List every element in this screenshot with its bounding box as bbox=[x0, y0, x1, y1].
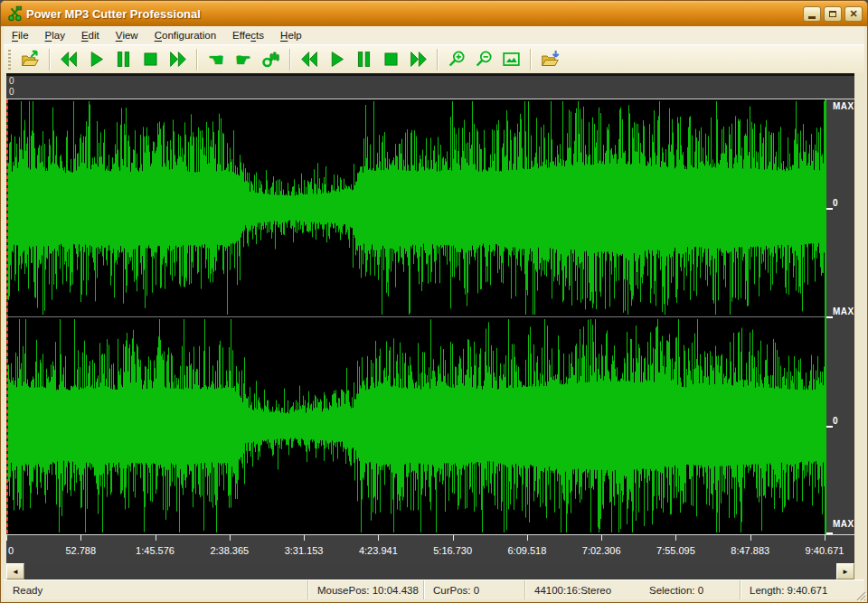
menu-item-edit[interactable]: Edit bbox=[73, 26, 108, 44]
time-label-10: 8:47.883 bbox=[731, 545, 769, 556]
time-label-5: 4:23.941 bbox=[359, 545, 398, 556]
time-label-2: 1:45.576 bbox=[136, 545, 175, 556]
status-mouse-pos: MousePos: 10:04.438 bbox=[307, 580, 423, 599]
save-button[interactable] bbox=[537, 48, 562, 71]
selection-forward-button[interactable] bbox=[405, 48, 430, 71]
time-label-7: 6:09.518 bbox=[507, 545, 546, 556]
horizontal-scrollbar[interactable]: ◄ ► bbox=[6, 563, 854, 579]
time-tick bbox=[80, 535, 81, 541]
waveform-channel-right[interactable] bbox=[6, 317, 825, 534]
selection-pause-button[interactable] bbox=[351, 48, 376, 71]
scrollbar-track[interactable] bbox=[24, 563, 836, 579]
zoom-fit-icon bbox=[502, 50, 521, 69]
time-tick bbox=[675, 535, 676, 541]
scale-tick bbox=[826, 426, 833, 428]
time-tick bbox=[156, 535, 156, 541]
toolbar-separator bbox=[196, 49, 197, 71]
mark-end-button[interactable]: ☛ bbox=[231, 48, 256, 71]
open-button[interactable] bbox=[17, 48, 42, 71]
rewind-icon bbox=[300, 50, 319, 69]
time-label-3: 2:38.365 bbox=[210, 545, 249, 556]
stop-icon bbox=[141, 50, 160, 69]
app-window: Power MP3 Cutter Professional ✕ FilePlay… bbox=[0, 0, 868, 603]
confirm-selection-button[interactable] bbox=[258, 48, 283, 71]
pause-icon bbox=[354, 50, 373, 69]
selection-rewind-button[interactable] bbox=[297, 48, 322, 71]
time-axis: 052.7881:45.5762:38.3653:31.1534:23.9415… bbox=[6, 535, 854, 563]
playback-cursor[interactable] bbox=[6, 99, 8, 534]
hand-left-icon: ☚ bbox=[208, 51, 224, 69]
folder-open-icon bbox=[21, 50, 40, 69]
close-icon: ✕ bbox=[849, 9, 857, 19]
time-label-11: 9:40.671 bbox=[806, 545, 844, 556]
maximize-button[interactable] bbox=[824, 6, 842, 22]
window-controls: ✕ bbox=[803, 6, 863, 22]
menu-item-play[interactable]: Play bbox=[37, 26, 73, 44]
play-button[interactable] bbox=[83, 48, 108, 71]
forward-button[interactable] bbox=[165, 48, 190, 71]
time-tick bbox=[6, 535, 7, 541]
time-label-4: 3:31.153 bbox=[285, 545, 324, 556]
forward-icon bbox=[168, 50, 187, 69]
mark-start-button[interactable]: ☚ bbox=[203, 48, 229, 71]
waveform-canvas-left[interactable] bbox=[6, 99, 825, 316]
app-icon bbox=[7, 5, 24, 22]
menu-item-help[interactable]: Help bbox=[272, 26, 310, 44]
hand-ok-icon bbox=[261, 50, 280, 69]
amplitude-scale: MAX0MAX0MAX bbox=[826, 99, 854, 534]
zoom-in-icon bbox=[448, 50, 467, 69]
scale-tick bbox=[826, 208, 833, 210]
status-format: 44100:16:Stereo bbox=[524, 580, 640, 599]
scroll-right-button[interactable]: ► bbox=[836, 563, 854, 579]
play-icon bbox=[87, 50, 106, 69]
scale-label-3: 0 bbox=[833, 416, 838, 426]
stop-icon bbox=[382, 50, 401, 69]
pause-button[interactable] bbox=[110, 48, 136, 71]
status-bar: Ready MousePos: 10:04.438 CurPos: 0 4410… bbox=[4, 579, 864, 599]
close-button[interactable]: ✕ bbox=[844, 6, 863, 22]
zoom-in-button[interactable] bbox=[444, 48, 469, 71]
play-icon bbox=[327, 50, 346, 69]
scroll-left-button[interactable]: ◄ bbox=[6, 563, 24, 579]
minimize-button[interactable] bbox=[803, 6, 821, 22]
toolbar-separator bbox=[289, 49, 290, 71]
menu-item-view[interactable]: View bbox=[108, 26, 146, 44]
menu-bar: FilePlayEditViewConfigurationEffectsHelp bbox=[4, 26, 864, 44]
time-tick bbox=[304, 535, 305, 541]
time-tick bbox=[453, 535, 454, 541]
folder-save-icon bbox=[541, 50, 560, 69]
resize-grip-icon[interactable] bbox=[854, 589, 866, 601]
selection-play-button[interactable] bbox=[324, 48, 349, 71]
stop-button[interactable] bbox=[137, 48, 163, 71]
waveform-canvas-right[interactable] bbox=[6, 317, 825, 534]
time-label-9: 7:55.095 bbox=[656, 545, 695, 556]
rewind-button[interactable] bbox=[56, 48, 81, 71]
time-label-6: 5:16.730 bbox=[433, 545, 472, 556]
scale-tick bbox=[826, 532, 833, 534]
toolbar-separator bbox=[437, 49, 438, 71]
toolbar: ☚☛ bbox=[4, 44, 864, 73]
time-tick bbox=[750, 535, 751, 541]
scale-label-2: MAX bbox=[833, 306, 854, 316]
menu-item-effects[interactable]: Effects bbox=[224, 26, 272, 44]
menu-item-configuration[interactable]: Configuration bbox=[146, 26, 224, 44]
status-cur-pos: CurPos: 0 bbox=[423, 580, 524, 599]
scroll-left-icon: ◄ bbox=[12, 568, 19, 576]
time-label-0: 0 bbox=[8, 545, 14, 556]
selection-stop-button[interactable] bbox=[378, 48, 403, 71]
toolbar-grip[interactable] bbox=[8, 50, 11, 70]
minimize-icon bbox=[808, 16, 816, 19]
toolbar-separator bbox=[49, 49, 50, 71]
scroll-right-icon: ► bbox=[842, 568, 849, 576]
scale-tick bbox=[826, 316, 833, 318]
menu-item-file[interactable]: File bbox=[4, 26, 37, 44]
status-selection: Selection: 0 bbox=[640, 580, 740, 599]
selection-end-value: 0 bbox=[9, 87, 854, 98]
selection-info-panel: 0 0 bbox=[6, 73, 854, 99]
zoom-fit-button[interactable] bbox=[498, 48, 524, 71]
scale-label-4: MAX bbox=[833, 519, 854, 529]
time-tick bbox=[601, 535, 602, 541]
waveform-display: MAX0MAX0MAX bbox=[6, 99, 854, 535]
zoom-out-button[interactable] bbox=[471, 48, 496, 71]
waveform-channel-left[interactable] bbox=[6, 99, 825, 316]
